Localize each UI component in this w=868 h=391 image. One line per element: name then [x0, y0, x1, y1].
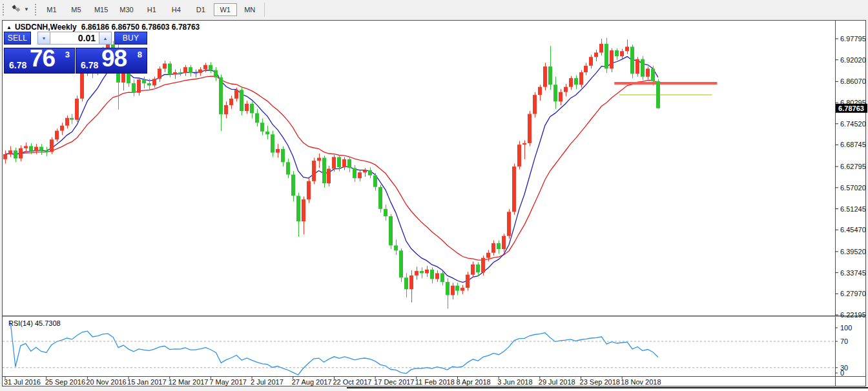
- candle-body: [533, 95, 537, 114]
- volume-increase-button[interactable]: ▲: [99, 32, 112, 45]
- buy-price-display: 6.78 98 8: [76, 48, 147, 74]
- candle-body: [342, 159, 346, 167]
- sell-button[interactable]: SELL: [4, 32, 31, 45]
- candle-body: [271, 134, 274, 152]
- candle-body: [636, 59, 639, 74]
- price-axis-label: 6.62795: [840, 163, 866, 170]
- rsi-pane[interactable]: [10, 321, 658, 375]
- timeframe-button-m15[interactable]: M15: [89, 3, 113, 16]
- price-axis-label: 6.97795: [840, 35, 866, 43]
- candle-body: [3, 154, 7, 159]
- candle-body: [327, 169, 331, 184]
- price-axis-label: 6.68745: [840, 141, 866, 148]
- buy-price-pip-digit: 8: [138, 50, 142, 59]
- candle-body: [389, 216, 393, 245]
- candle-body: [574, 78, 578, 85]
- candle-body: [497, 243, 501, 249]
- candle-body: [363, 170, 367, 172]
- candle-body: [584, 66, 588, 72]
- triangle-up-icon[interactable]: ▲: [6, 25, 12, 30]
- candle-body: [152, 79, 156, 85]
- buy-button[interactable]: BUY: [114, 32, 147, 45]
- time-axis-label: 3 Jun 2018: [497, 378, 532, 386]
- candle-body: [656, 81, 660, 108]
- candle-body: [455, 286, 459, 291]
- time-axis-label: 18 Nov 2018: [621, 378, 661, 386]
- rsi-indicator-label: RSI(14) 45.7308: [8, 319, 61, 327]
- candle-body: [353, 168, 356, 178]
- candle-body: [168, 63, 172, 74]
- candle-body: [651, 68, 655, 81]
- candle-body: [24, 146, 28, 148]
- volume-decrease-button[interactable]: ▼: [37, 32, 50, 45]
- rsi-axis-label: 100: [840, 324, 852, 332]
- candle-body: [209, 65, 212, 70]
- chart-tools-dropdown-button[interactable]: ▼: [7, 2, 32, 17]
- time-axis-label: 22 Oct 2017: [333, 378, 371, 386]
- timeframe-button-h1[interactable]: H1: [140, 3, 163, 16]
- candle-body: [630, 46, 634, 74]
- timeframe-button-m5[interactable]: M5: [65, 3, 88, 16]
- time-axis-label: 17 Dec 2017: [374, 378, 414, 386]
- candle-body: [466, 275, 470, 288]
- candle-body: [528, 114, 532, 143]
- toolbar-grip[interactable]: [1, 3, 5, 17]
- time-axis-label: 11 Feb 2018: [415, 378, 455, 386]
- price-axis-label: 6.33745: [840, 269, 866, 277]
- candle-body: [641, 59, 645, 77]
- candle-body: [296, 196, 300, 221]
- candle-body: [65, 118, 69, 126]
- candle-body: [265, 132, 269, 135]
- candle-body: [307, 181, 311, 199]
- price-pane[interactable]: [3, 38, 717, 309]
- candle-body: [420, 271, 424, 273]
- timeframe-button-mn[interactable]: MN: [238, 3, 262, 16]
- chart-title: ▲ USDCNH,Weekly 6.86186 6.86750 6.78603 …: [6, 23, 200, 32]
- sell-price-big-digits: 76: [30, 45, 55, 72]
- timeframe-button-h4[interactable]: H4: [165, 3, 188, 16]
- candle-body: [347, 159, 351, 168]
- timeframe-button-m1[interactable]: M1: [40, 3, 63, 16]
- candle-body: [564, 87, 568, 92]
- candle-body: [430, 270, 434, 279]
- price-axis-label: 6.22195: [840, 311, 866, 319]
- candle-body: [625, 46, 629, 51]
- time-axis-label: 29 Jul 2018: [539, 378, 575, 386]
- candle-body: [337, 157, 341, 167]
- candle-body: [553, 85, 557, 101]
- buy-price-prefix: 6.78: [81, 60, 98, 70]
- rsi-line: [10, 321, 658, 375]
- candle-body: [399, 250, 403, 277]
- candle-body: [425, 270, 429, 274]
- candle-body: [245, 104, 249, 111]
- candle-body: [189, 67, 192, 73]
- toolbar: ▼ M1M5M15M30H1H4D1W1MN: [0, 0, 868, 19]
- candle-body: [137, 79, 141, 92]
- background-window-edge[interactable]: [347, 387, 868, 391]
- candle-body: [50, 139, 54, 152]
- candle-body: [219, 77, 223, 114]
- candle-body: [538, 87, 542, 95]
- price-axis-label: 6.74520: [840, 120, 866, 128]
- time-axis-label: 12 Mar 2017: [169, 378, 209, 386]
- candle-body: [250, 104, 254, 114]
- candle-body: [198, 70, 202, 74]
- sell-price-display: 6.78 76 3: [4, 48, 75, 74]
- timeframe-button-m30[interactable]: M30: [114, 3, 138, 16]
- candle-body: [332, 157, 336, 168]
- timeframe-button-group: M1M5M15M30H1H4D1W1MN: [39, 3, 262, 16]
- timeframe-button-w1[interactable]: W1: [214, 3, 237, 16]
- candle-body: [440, 273, 444, 282]
- sell-price-prefix: 6.78: [9, 60, 26, 70]
- candle-body: [373, 175, 377, 187]
- volume-input[interactable]: 0.01: [50, 32, 99, 45]
- candle-body: [446, 282, 450, 295]
- candle-body: [471, 265, 475, 275]
- candle-body: [224, 105, 228, 114]
- candle-body: [19, 148, 23, 159]
- candle-body: [512, 166, 516, 212]
- candle-body: [194, 73, 198, 74]
- toolbar-grip[interactable]: [34, 3, 37, 17]
- rsi-axis-label: 0: [840, 369, 844, 377]
- timeframe-button-d1[interactable]: D1: [189, 3, 212, 16]
